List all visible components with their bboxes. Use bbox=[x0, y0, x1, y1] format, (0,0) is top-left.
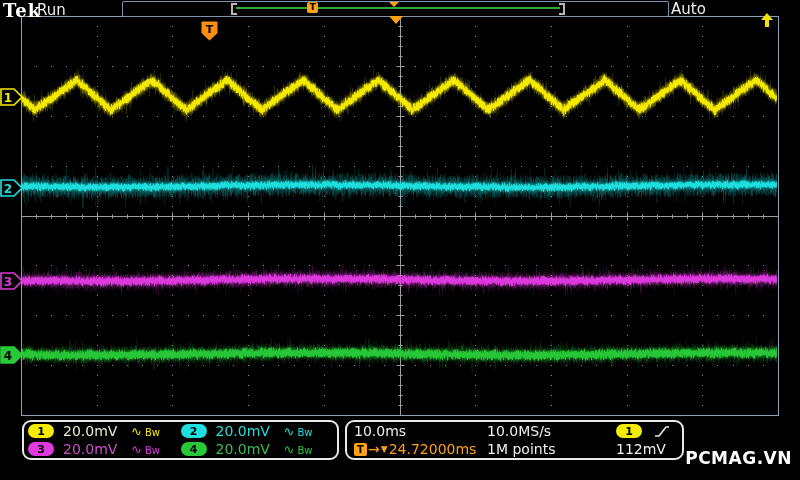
horizontal-trigger-readout-box: 10.0ms 10.0MS/s 1 T→▼24.72000ms 1M point… bbox=[345, 420, 684, 460]
delay-arrow-icon: → bbox=[368, 441, 380, 457]
sample-rate: 10.0MS/s bbox=[487, 423, 602, 439]
delay-trigger-icon: T bbox=[354, 443, 367, 456]
waveform-display bbox=[0, 0, 800, 480]
channel-marker-4[interactable]: 4 bbox=[0, 345, 23, 365]
horizontal-delay-readout: T→▼24.72000ms bbox=[354, 441, 487, 457]
svg-text:1: 1 bbox=[4, 91, 12, 105]
bandwidth-limit-icon: Bw bbox=[145, 445, 160, 456]
channel-1-readout: 1 20.0mV ∿Bw bbox=[28, 423, 181, 439]
acquisition-status: Run bbox=[37, 1, 66, 19]
rising-edge-icon bbox=[654, 424, 670, 439]
trigger-source-slope: 1 bbox=[602, 424, 675, 439]
record-trigger-marker: T bbox=[307, 2, 318, 13]
window-bracket-right bbox=[559, 3, 565, 15]
channel-3-badge[interactable]: 3 bbox=[28, 442, 54, 456]
channel-1-badge[interactable]: 1 bbox=[28, 424, 54, 438]
ac-coupling-icon: ∿ bbox=[131, 442, 142, 457]
trigger-position-icon[interactable] bbox=[389, 16, 403, 24]
window-bracket-left bbox=[231, 3, 237, 15]
ac-coupling-icon: ∿ bbox=[284, 442, 295, 457]
oscilloscope-screen: Tek Run T Auto T 1234 1 20.0mV ∿Bw 2 20.… bbox=[0, 0, 800, 480]
bandwidth-limit-icon: Bw bbox=[297, 427, 312, 438]
trigger-level: 112mV bbox=[602, 441, 675, 457]
trigger-level-offscreen-arrow-icon bbox=[759, 13, 776, 29]
horizontal-scale: 10.0ms bbox=[354, 423, 487, 439]
trigger-time-flag[interactable]: T bbox=[201, 21, 219, 42]
channel-marker-3[interactable]: 3 bbox=[0, 271, 23, 291]
channel-3-readout: 3 20.0mV ∿Bw bbox=[28, 441, 181, 457]
channel-4-readout: 4 20.0mV ∿Bw bbox=[181, 441, 334, 457]
delay-marker-icon: ▼ bbox=[381, 444, 388, 454]
svg-text:T: T bbox=[206, 23, 214, 36]
record-length: 1M points bbox=[487, 441, 602, 457]
channel-4-badge[interactable]: 4 bbox=[181, 442, 207, 456]
record-line bbox=[236, 7, 560, 9]
svg-text:2: 2 bbox=[4, 182, 12, 196]
watermark: PCMAG.VN bbox=[685, 448, 792, 468]
trigger-source-badge: 1 bbox=[616, 424, 642, 438]
channel-marker-1[interactable]: 1 bbox=[0, 87, 23, 107]
bandwidth-limit-icon: Bw bbox=[145, 427, 160, 438]
channel-1-scale: 20.0mV bbox=[63, 423, 123, 439]
channel-markers: 1234 bbox=[0, 0, 24, 480]
channel-readout-box: 1 20.0mV ∿Bw 2 20.0mV ∿Bw 3 20.0mV ∿Bw 4… bbox=[22, 420, 339, 460]
svg-text:3: 3 bbox=[4, 275, 12, 289]
channel-2-badge[interactable]: 2 bbox=[181, 424, 207, 438]
bandwidth-limit-icon: Bw bbox=[297, 445, 312, 456]
channel-3-scale: 20.0mV bbox=[63, 441, 123, 457]
channel-2-readout: 2 20.0mV ∿Bw bbox=[181, 423, 334, 439]
ac-coupling-icon: ∿ bbox=[131, 424, 142, 439]
channel-4-scale: 20.0mV bbox=[216, 441, 276, 457]
channel-2-scale: 20.0mV bbox=[216, 423, 276, 439]
record-view-bar[interactable]: T bbox=[122, 1, 669, 17]
trigger-mode-label: Auto bbox=[671, 0, 706, 18]
ac-coupling-icon: ∿ bbox=[284, 424, 295, 439]
svg-text:4: 4 bbox=[4, 349, 12, 363]
record-expansion-icon bbox=[389, 2, 399, 7]
channel-marker-2[interactable]: 2 bbox=[0, 178, 23, 198]
delay-value: 24.72000ms bbox=[389, 441, 477, 457]
